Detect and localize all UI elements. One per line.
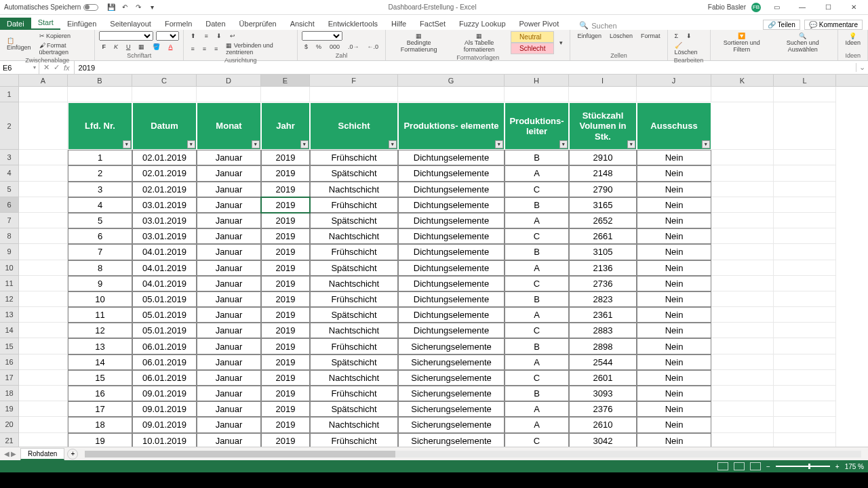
cell-B2[interactable]: Lfd. Nr.▾ [68, 102, 132, 150]
name-box[interactable]: E6▾ [0, 61, 39, 74]
cell-B16[interactable]: 14 [68, 354, 132, 370]
cell-D8[interactable]: Januar [197, 228, 261, 244]
cell-L2[interactable] [774, 102, 836, 150]
style-schlecht[interactable]: Schlecht [511, 43, 554, 54]
cell-A2[interactable] [19, 102, 68, 150]
cell-A12[interactable] [19, 291, 68, 307]
align-middle-icon[interactable]: ≡ [201, 31, 210, 41]
filter-icon-E[interactable]: ▾ [300, 140, 309, 148]
cell-G8[interactable]: Dichtungselemente [398, 228, 505, 244]
cell-E10[interactable]: 2019 [261, 260, 310, 276]
filter-icon-C[interactable]: ▾ [187, 140, 195, 148]
cell-L10[interactable] [774, 260, 836, 276]
cell-H2[interactable]: Produktions- leiter▾ [505, 102, 569, 150]
horizontal-scrollbar[interactable] [85, 451, 861, 458]
fx-icon[interactable]: fx [64, 64, 70, 72]
cell-K6[interactable] [711, 197, 774, 213]
column-header-F[interactable]: F [310, 75, 398, 86]
cell-E4[interactable]: 2019 [261, 165, 310, 181]
cell-G16[interactable]: Sicherungselemente [398, 354, 505, 370]
cell-G13[interactable]: Dichtungselemente [398, 307, 505, 323]
cell-C20[interactable]: 09.01.2019 [132, 417, 197, 432]
tab-einfuegen[interactable]: Einfügen [60, 18, 103, 30]
cell-D14[interactable]: Januar [197, 323, 261, 338]
cell-B21[interactable]: 19 [68, 433, 132, 447]
cell-I20[interactable]: 2610 [569, 417, 637, 432]
row-header-19[interactable]: 19 [0, 401, 19, 417]
column-header-K[interactable]: K [711, 75, 774, 86]
cell-I18[interactable]: 3093 [569, 386, 637, 401]
cell-J17[interactable]: Nein [637, 370, 711, 386]
cell-J10[interactable]: Nein [637, 260, 711, 276]
row-header-21[interactable]: 21 [0, 433, 19, 447]
cell-J4[interactable]: Nein [637, 165, 711, 181]
cell-A4[interactable] [19, 165, 68, 181]
style-neutral[interactable]: Neutral [511, 31, 554, 43]
cell-K4[interactable] [711, 165, 774, 181]
filter-icon-H[interactable]: ▾ [559, 140, 568, 148]
cell-F21[interactable]: Frühschicht [310, 433, 398, 447]
cell-E11[interactable]: 2019 [261, 276, 310, 291]
row-header-12[interactable]: 12 [0, 291, 19, 307]
cell-F13[interactable]: Spätschicht [310, 307, 398, 323]
bold-button[interactable]: F [99, 42, 108, 52]
cell-L4[interactable] [774, 165, 836, 181]
cell-L19[interactable] [774, 401, 836, 417]
cell-B3[interactable]: 1 [68, 150, 132, 165]
tab-ansicht[interactable]: Ansicht [283, 18, 321, 30]
cell-I5[interactable]: 2790 [569, 182, 637, 197]
cell-D16[interactable]: Januar [197, 354, 261, 370]
add-sheet-button[interactable]: + [67, 449, 78, 460]
cell-D11[interactable]: Januar [197, 276, 261, 291]
cell-I11[interactable]: 2736 [569, 276, 637, 291]
cell-B7[interactable]: 5 [68, 213, 132, 228]
row-header-1[interactable]: 1 [0, 87, 19, 102]
cell-G11[interactable]: Dichtungselemente [398, 276, 505, 291]
cell-A15[interactable] [19, 338, 68, 354]
cell-K13[interactable] [711, 307, 774, 323]
user-avatar[interactable]: FB [751, 3, 761, 12]
insert-cells-button[interactable]: Einfügen [574, 31, 604, 41]
column-header-C[interactable]: C [132, 75, 197, 86]
row-header-9[interactable]: 9 [0, 244, 19, 260]
cell-C2[interactable]: Datum▾ [132, 102, 197, 150]
cell-F7[interactable]: Spätschicht [310, 213, 398, 228]
cell-K18[interactable] [711, 386, 774, 401]
cell-H20[interactable]: A [505, 417, 569, 432]
cell-H14[interactable]: C [505, 323, 569, 338]
cell-E12[interactable]: 2019 [261, 291, 310, 307]
column-header-H[interactable]: H [505, 75, 569, 86]
cell-F19[interactable]: Spätschicht [310, 401, 398, 417]
cell-G12[interactable]: Dichtungselemente [398, 291, 505, 307]
cell-H8[interactable]: C [505, 228, 569, 244]
column-header-I[interactable]: I [569, 75, 637, 86]
cell-L15[interactable] [774, 338, 836, 354]
cell-C1[interactable] [132, 87, 197, 102]
cell-J7[interactable]: Nein [637, 213, 711, 228]
row-header-17[interactable]: 17 [0, 370, 19, 386]
cell-I19[interactable]: 2376 [569, 401, 637, 417]
cell-C4[interactable]: 02.01.2019 [132, 165, 197, 181]
cell-B14[interactable]: 12 [68, 323, 132, 338]
cell-A13[interactable] [19, 307, 68, 323]
cell-C14[interactable]: 05.01.2019 [132, 323, 197, 338]
cell-I13[interactable]: 2361 [569, 307, 637, 323]
clear-button[interactable]: 🧹 Löschen [672, 41, 706, 57]
cell-F3[interactable]: Frühschicht [310, 150, 398, 165]
cell-A8[interactable] [19, 228, 68, 244]
cell-H21[interactable]: C [505, 433, 569, 447]
align-center-icon[interactable]: ≡ [200, 44, 209, 54]
cell-D20[interactable]: Januar [197, 417, 261, 432]
cell-H1[interactable] [505, 87, 569, 102]
cell-J8[interactable]: Nein [637, 228, 711, 244]
cell-K7[interactable] [711, 213, 774, 228]
align-bottom-icon[interactable]: ⬇ [214, 31, 224, 41]
cell-K5[interactable] [711, 182, 774, 197]
cell-E14[interactable]: 2019 [261, 323, 310, 338]
cell-B18[interactable]: 16 [68, 386, 132, 401]
cell-B17[interactable]: 15 [68, 370, 132, 386]
cell-H7[interactable]: A [505, 213, 569, 228]
column-header-D[interactable]: D [197, 75, 261, 86]
tab-daten[interactable]: Daten [199, 18, 232, 30]
cell-F16[interactable]: Spätschicht [310, 354, 398, 370]
